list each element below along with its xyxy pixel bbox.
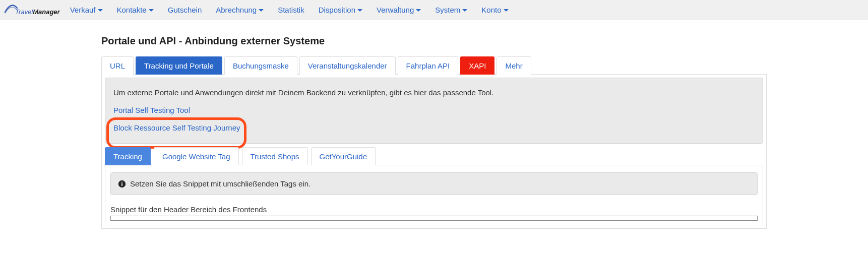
svg-rect-1: [121, 183, 122, 185]
caret-down-icon: [149, 9, 154, 12]
info-text: Um externe Portale und Anwendungen direk…: [113, 88, 755, 97]
subtab-label: Tracking: [113, 152, 142, 161]
caret-down-icon: [462, 9, 467, 12]
nav-abrechnung[interactable]: Abrechnung: [216, 6, 264, 14]
tab-fahrplan-api[interactable]: Fahrplan API: [398, 56, 459, 75]
link-portal-self-testing-tool[interactable]: Portal Self Testing Tool: [113, 106, 190, 114]
callout-text: Setzen Sie das Snippet mit umschließende…: [130, 179, 311, 188]
info-icon: [118, 180, 126, 188]
subtab-tracking[interactable]: Tracking: [105, 147, 151, 165]
tab-label: Buchungsmaske: [233, 61, 289, 70]
sub-tabs: Tracking Google Website Tag Trusted Shop…: [105, 147, 763, 165]
subtab-label: Trusted Shops: [251, 152, 299, 161]
caret-down-icon: [259, 9, 264, 12]
nav-kontakte[interactable]: Kontakte: [117, 6, 154, 14]
caret-down-icon: [416, 9, 421, 12]
tab-tracking-und-portale[interactable]: Tracking und Portale: [136, 56, 222, 75]
nav-label: Kontakte: [117, 6, 147, 14]
svg-point-2: [121, 181, 122, 182]
subtab-panel: Setzen Sie das Snippet mit umschließende…: [105, 165, 763, 225]
caret-down-icon: [98, 9, 103, 12]
nav-verwaltung[interactable]: Verwaltung: [377, 6, 421, 14]
caret-down-icon: [357, 9, 362, 12]
tab-panel: Um externe Portale und Anwendungen direk…: [101, 75, 767, 229]
tab-label: Fahrplan API: [406, 61, 450, 70]
logo-text-travel: Travel: [15, 8, 33, 16]
app-logo[interactable]: TravelManager: [4, 4, 60, 16]
tab-label: URL: [110, 61, 125, 70]
caret-down-icon: [504, 9, 509, 12]
tab-mehr[interactable]: Mehr: [497, 56, 531, 75]
subtab-label: Google Website Tag: [162, 152, 230, 161]
nav-label: Gutschein: [168, 6, 202, 14]
nav-disposition[interactable]: Disposition: [319, 6, 362, 14]
snippet-callout: Setzen Sie das Snippet mit umschließende…: [110, 172, 758, 195]
nav-label: Disposition: [319, 6, 355, 14]
logo-text-manager: Manager: [33, 8, 59, 16]
main-content: Portale und API - Anbindung externer Sys…: [101, 20, 767, 229]
link-block-ressource-self-testing-journey[interactable]: Block Ressource Self Testing Journey: [113, 123, 240, 132]
subtab-trusted-shops[interactable]: Trusted Shops: [242, 147, 308, 165]
nav-label: Verwaltung: [377, 6, 414, 14]
page-title: Portale und API - Anbindung externer Sys…: [101, 35, 767, 47]
tab-xapi[interactable]: XAPI: [460, 56, 494, 75]
nav-label: Konto: [481, 6, 501, 14]
tab-label: Veranstaltungskalender: [308, 61, 387, 70]
subtab-getyourguide[interactable]: GetYourGuide: [311, 147, 376, 165]
tab-veranstaltungskalender[interactable]: Veranstaltungskalender: [299, 56, 396, 75]
nav-label: Verkauf: [70, 6, 96, 14]
nav-label: Abrechnung: [216, 6, 257, 14]
snippet-header-input[interactable]: [110, 216, 758, 221]
tab-label: Mehr: [505, 61, 522, 70]
topbar: TravelManager Verkauf Kontakte Gutschein…: [0, 0, 868, 20]
nav-verkauf[interactable]: Verkauf: [70, 6, 103, 14]
tab-url[interactable]: URL: [101, 56, 134, 75]
tab-label: XAPI: [469, 61, 486, 70]
tab-buchungsmaske[interactable]: Buchungsmaske: [224, 56, 297, 75]
subtab-label: GetYourGuide: [320, 152, 367, 161]
subtab-google-website-tag[interactable]: Google Website Tag: [154, 147, 239, 165]
highlight-annotation: [106, 117, 246, 149]
nav-label: System: [435, 6, 460, 14]
info-box: Um externe Portale und Anwendungen direk…: [105, 78, 763, 144]
nav-konto[interactable]: Konto: [481, 6, 508, 14]
main-nav: Verkauf Kontakte Gutschein Abrechnung St…: [70, 6, 509, 14]
primary-tabs: URL Tracking und Portale Buchungsmaske V…: [101, 56, 767, 75]
snippet-header-label: Snippet für den Header Bereich des Front…: [110, 205, 758, 214]
tab-label: Tracking und Portale: [144, 61, 214, 70]
nav-statistik[interactable]: Statistik: [278, 6, 304, 14]
nav-system[interactable]: System: [435, 6, 467, 14]
nav-gutschein[interactable]: Gutschein: [168, 6, 202, 14]
nav-label: Statistik: [278, 6, 304, 14]
